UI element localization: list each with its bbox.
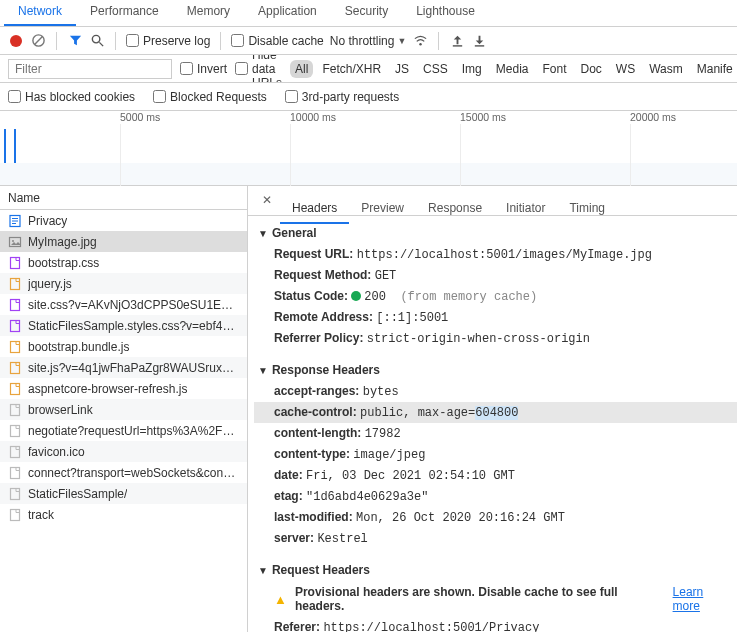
close-detail-button[interactable]: ✕ [254, 187, 280, 215]
devtools-tab-memory[interactable]: Memory [173, 0, 244, 26]
download-har-icon[interactable] [471, 33, 487, 49]
disable-cache-checkbox[interactable]: Disable cache [231, 34, 323, 48]
devtools-tab-application[interactable]: Application [244, 0, 331, 26]
request-row[interactable]: jquery.js [0, 273, 247, 294]
hide-data-urls-checkbox[interactable]: Hide data URLs [235, 55, 282, 83]
request-row[interactable]: aspnetcore-browser-refresh.js [0, 378, 247, 399]
record-icon[interactable] [8, 33, 24, 49]
devtools-tab-network[interactable]: Network [4, 0, 76, 26]
invert-checkbox[interactable]: Invert [180, 62, 227, 76]
disable-cache-input[interactable] [231, 34, 244, 47]
search-icon[interactable] [89, 33, 105, 49]
hide-data-urls-input[interactable] [235, 62, 248, 75]
disable-cache-label: Disable cache [248, 34, 323, 48]
request-row[interactable]: negotiate?requestUrl=https%3A%2F%2… [0, 420, 247, 441]
type-filter-js[interactable]: JS [390, 60, 414, 78]
separator [56, 32, 57, 50]
invert-label: Invert [197, 62, 227, 76]
filter-input[interactable] [8, 59, 172, 79]
type-filter-ws[interactable]: WS [611, 60, 640, 78]
svg-rect-13 [11, 257, 20, 268]
request-row[interactable]: bootstrap.css [0, 252, 247, 273]
request-row[interactable]: site.css?v=AKvNjO3dCPPS0eSU1Ez8T2… [0, 294, 247, 315]
has-blocked-cookies-input[interactable] [8, 90, 21, 103]
learn-more-link[interactable]: Learn more [673, 585, 733, 613]
svg-point-12 [12, 240, 14, 242]
request-name: site.js?v=4q1jwFhaPaZgr8WAUSrux6hA… [28, 361, 239, 375]
preserve-log-checkbox[interactable]: Preserve log [126, 34, 210, 48]
header-row: Referrer Policy: strict-origin-when-cros… [254, 328, 737, 349]
third-party-input[interactable] [285, 90, 298, 103]
request-name: Privacy [28, 214, 67, 228]
request-name: StaticFilesSample/ [28, 487, 127, 501]
header-key: last-modified: [274, 510, 353, 524]
type-filter-doc[interactable]: Doc [575, 60, 606, 78]
request-row[interactable]: browserLink [0, 399, 247, 420]
request-name: jquery.js [28, 277, 72, 291]
waterfall-track [0, 163, 737, 185]
type-filter-media[interactable]: Media [491, 60, 534, 78]
request-row[interactable]: StaticFilesSample.styles.css?v=ebf4NvV… [0, 315, 247, 336]
other-file-icon [8, 424, 22, 438]
devtools-tab-security[interactable]: Security [331, 0, 402, 26]
status-ok-icon [351, 291, 361, 301]
header-key: Request URL: [274, 247, 353, 261]
request-row[interactable]: StaticFilesSample/ [0, 483, 247, 504]
devtools-tab-lighthouse[interactable]: Lighthouse [402, 0, 489, 26]
throttling-dropdown[interactable]: No throttling ▼ [330, 34, 407, 48]
request-name: bootstrap.bundle.js [28, 340, 129, 354]
request-row[interactable]: favicon.ico [0, 441, 247, 462]
request-row[interactable]: site.js?v=4q1jwFhaPaZgr8WAUSrux6hA… [0, 357, 247, 378]
request-row[interactable]: track [0, 504, 247, 525]
request-list-header[interactable]: Name [0, 186, 247, 210]
type-filter-wasm[interactable]: Wasm [644, 60, 688, 78]
svg-line-1 [34, 37, 42, 45]
blocked-requests-input[interactable] [153, 90, 166, 103]
type-filter-css[interactable]: CSS [418, 60, 453, 78]
header-value: GET [375, 269, 397, 283]
preserve-log-input[interactable] [126, 34, 139, 47]
type-filter-fetchxhr[interactable]: Fetch/XHR [317, 60, 386, 78]
type-filter-font[interactable]: Font [537, 60, 571, 78]
header-value: Mon, 26 Oct 2020 20:16:24 GMT [356, 511, 565, 525]
request-name: connect?transport=webSockets&conne… [28, 466, 239, 480]
header-key: accept-ranges: [274, 384, 359, 398]
type-filter-all[interactable]: All [290, 60, 313, 78]
js-file-icon [8, 340, 22, 354]
section-response-headers[interactable]: ▼Response Headers [254, 359, 737, 381]
section-request-headers[interactable]: ▼Request Headers [254, 559, 737, 581]
svg-rect-5 [453, 45, 462, 46]
waterfall-overview[interactable]: 5000 ms10000 ms15000 ms20000 ms [0, 111, 737, 186]
request-row[interactable]: MyImage.jpg [0, 231, 247, 252]
section-general[interactable]: ▼General [254, 222, 737, 244]
type-filter: AllFetch/XHRJSCSSImgMediaFontDocWSWasmMa… [290, 60, 737, 78]
request-row[interactable]: connect?transport=webSockets&conne… [0, 462, 247, 483]
type-filter-manife[interactable]: Manife [692, 60, 737, 78]
request-name: track [28, 508, 54, 522]
invert-input[interactable] [180, 62, 193, 75]
header-row: content-type: image/jpeg [254, 444, 737, 465]
blocked-requests-checkbox[interactable]: Blocked Requests [153, 90, 267, 104]
header-row: Request Method: GET [254, 265, 737, 286]
filter-icon[interactable] [67, 33, 83, 49]
header-key: Status Code: [274, 289, 348, 303]
third-party-checkbox[interactable]: 3rd-party requests [285, 90, 399, 104]
svg-rect-6 [475, 45, 484, 46]
clear-icon[interactable] [30, 33, 46, 49]
request-row[interactable]: bootstrap.bundle.js [0, 336, 247, 357]
devtools-tab-performance[interactable]: Performance [76, 0, 173, 26]
request-name: StaticFilesSample.styles.css?v=ebf4NvV… [28, 319, 239, 333]
disclosure-triangle-icon: ▼ [258, 565, 268, 576]
svg-line-3 [99, 42, 103, 46]
header-key: etag: [274, 489, 303, 503]
header-row: etag: "1d6abd4e0629a3e" [254, 486, 737, 507]
warning-icon: ▲ [274, 592, 287, 607]
other-file-icon [8, 445, 22, 459]
network-conditions-icon[interactable] [412, 33, 428, 49]
upload-har-icon[interactable] [449, 33, 465, 49]
waterfall-tick: 5000 ms [120, 111, 160, 123]
header-value: [::1]:5001 [376, 311, 448, 325]
request-row[interactable]: Privacy [0, 210, 247, 231]
has-blocked-cookies-checkbox[interactable]: Has blocked cookies [8, 90, 135, 104]
type-filter-img[interactable]: Img [457, 60, 487, 78]
